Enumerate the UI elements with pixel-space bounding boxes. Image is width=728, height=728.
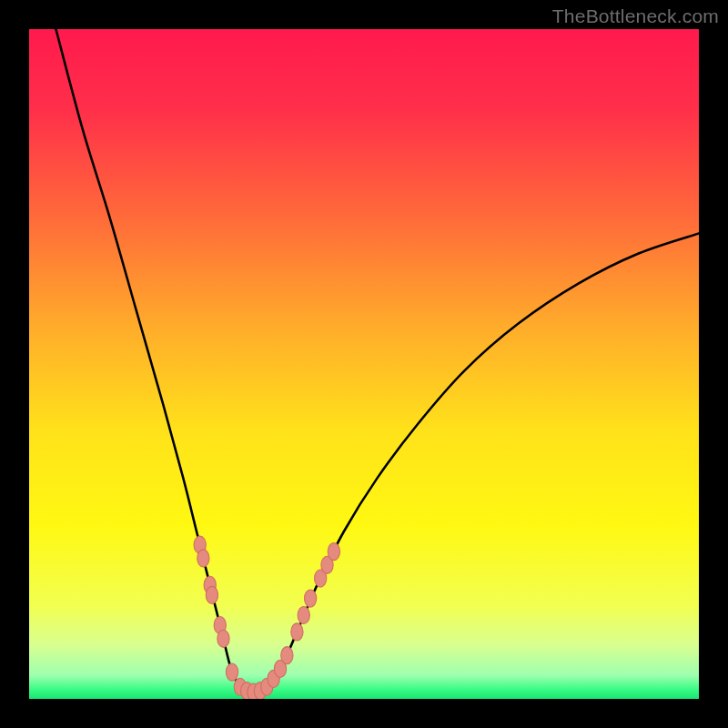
data-marker (206, 586, 217, 603)
data-marker (304, 590, 316, 607)
data-marker (226, 663, 238, 681)
data-marker (291, 623, 303, 641)
plot-area (29, 29, 699, 699)
data-marker (281, 647, 293, 664)
data-marker (217, 630, 229, 647)
data-marker (197, 550, 209, 567)
data-marker (328, 543, 339, 561)
chart-frame: TheBottleneck.com (0, 0, 728, 728)
watermark-text: TheBottleneck.com (552, 5, 719, 27)
data-marker (298, 606, 309, 623)
bottleneck-curve (29, 29, 699, 699)
